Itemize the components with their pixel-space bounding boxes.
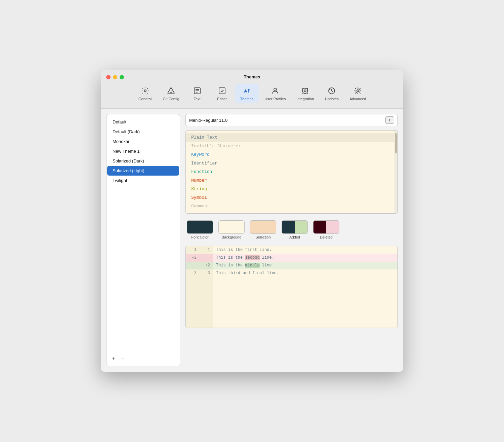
sidebar-item-default[interactable]: Default [107, 117, 179, 127]
swatch-item-selection: Selection [250, 220, 276, 239]
diff-line-empty-1 [186, 277, 397, 287]
syntax-line-plain-text[interactable]: Plain Text [186, 133, 397, 142]
diff-ln-empty2-new [199, 287, 213, 297]
toolbar-item-general[interactable]: General [133, 84, 157, 103]
titlebar: Themes General [101, 70, 403, 109]
toolbar-label-git: Git Config [163, 97, 179, 101]
git-icon [166, 86, 176, 96]
toolbar-item-integration[interactable]: Integration [292, 84, 319, 103]
diff-ln-new-1: 1 [199, 246, 213, 254]
sidebar-item-twilight[interactable]: Twilight [107, 176, 179, 185]
advanced-icon [353, 86, 363, 96]
toolbar-item-updates[interactable]: Updates [320, 84, 343, 103]
syntax-line-symbol[interactable]: Symbol [186, 193, 397, 202]
svg-point-13 [357, 90, 359, 92]
diff-ln-empty4-old [186, 307, 199, 318]
toolbar-item-themes[interactable]: Themes [235, 84, 259, 103]
font-name-value: Menlo-Regular 11.0 [189, 118, 383, 123]
diff-ln-old-3 [186, 262, 199, 269]
svg-point-9 [274, 88, 277, 91]
syntax-line-number[interactable]: Number [186, 176, 397, 185]
diff-ln-empty3-old [186, 297, 199, 307]
syntax-scrollbar[interactable] [394, 131, 397, 213]
diff-line-3: +2 This is the middle line. [186, 262, 397, 269]
sidebar-item-solarized-light[interactable]: Solarized (Light) [107, 166, 179, 176]
swatch-added[interactable] [282, 220, 308, 234]
diff-content-4: This third and final line. [213, 269, 397, 277]
integration-icon [300, 86, 310, 96]
titlebar-buttons [106, 75, 124, 79]
syntax-line-identifier[interactable]: Identifier [186, 159, 397, 168]
main-window: Themes General [101, 70, 403, 372]
toolbar-item-advanced[interactable]: Advanced [345, 84, 371, 103]
toolbar-label-text: Text [194, 97, 200, 101]
font-selector[interactable]: Menlo-Regular 11.0 T [185, 114, 398, 126]
swatch-item-background: Background [218, 220, 245, 239]
font-selector-button[interactable]: T [385, 116, 394, 124]
diff-ln-new-4: 3 [199, 269, 213, 277]
swatch-item-deleted: Deleted [313, 220, 339, 239]
syntax-line-comment[interactable]: Comment [186, 202, 397, 211]
swatch-deleted[interactable] [313, 220, 339, 234]
maximize-button[interactable] [120, 75, 124, 79]
highlight-middle: middle [245, 263, 259, 268]
diff-ln-old-2: -2 [186, 254, 199, 262]
diff-content-3: This is the middle line. [213, 262, 397, 269]
diff-ln-old-1: 1 [186, 246, 199, 254]
svg-point-14 [356, 89, 360, 93]
toolbar-label-editor: Editor [217, 97, 227, 101]
syntax-line-keyword[interactable]: Keyword [186, 150, 397, 159]
right-panel: Menlo-Regular 11.0 T Plain Text Invisibl… [185, 114, 398, 366]
toolbar-label-integration: Integration [296, 97, 314, 101]
diff-ln-empty-new [199, 277, 213, 287]
diff-line-empty-3 [186, 297, 397, 307]
swatch-item-added: Added [282, 220, 308, 239]
gear-icon [140, 86, 150, 96]
toolbar-label-updates: Updates [325, 97, 339, 101]
sidebar-item-monokai[interactable]: Monokai [107, 137, 179, 146]
main-content: Default Default (Dark) Monokai New Theme… [101, 109, 403, 372]
sidebar-item-new-theme-1[interactable]: New Theme 1 [107, 146, 179, 156]
add-theme-button[interactable]: + [111, 355, 117, 363]
toolbar-item-text[interactable]: Text [185, 84, 209, 103]
sidebar-item-solarized-dark[interactable]: Solarized (Dark) [107, 156, 179, 166]
syntax-line-function[interactable]: Function [186, 168, 397, 176]
diff-content-empty3 [213, 297, 397, 307]
diff-content-empty2 [213, 287, 397, 297]
close-button[interactable] [106, 75, 111, 79]
syntax-line-string[interactable]: String [186, 185, 397, 193]
diff-line-empty-2 [186, 287, 397, 297]
diff-ln-empty2-old [186, 287, 199, 297]
remove-theme-button[interactable]: − [120, 355, 126, 363]
toolbar-label-themes: Themes [240, 97, 254, 101]
toolbar-label-advanced: Advanced [349, 97, 366, 101]
minimize-button[interactable] [113, 75, 117, 79]
editor-icon [217, 86, 227, 96]
sidebar: Default Default (Dark) Monokai New Theme… [106, 114, 180, 366]
diff-content-empty4 [213, 307, 397, 318]
svg-point-0 [144, 90, 146, 92]
swatch-label-background: Background [222, 235, 242, 239]
highlight-second: second [245, 255, 259, 260]
diff-ln-empty5-old [186, 318, 199, 328]
syntax-lines: Plain Text Invisible Character Keyword I… [186, 131, 397, 213]
window-title: Themes [244, 74, 260, 79]
text-icon [193, 86, 202, 96]
swatch-background[interactable] [218, 220, 245, 234]
swatch-font-color[interactable] [187, 220, 213, 234]
diff-content-empty5 [213, 318, 397, 328]
swatch-label-font-color: Font Color [191, 235, 208, 239]
sidebar-items-list: Default Default (Dark) Monokai New Theme… [107, 116, 180, 353]
syntax-line-invisible[interactable]: Invisible Character [186, 142, 397, 151]
toolbar-item-git-config[interactable]: Git Config [158, 84, 184, 103]
swatch-selection[interactable] [250, 220, 276, 234]
toolbar-label-general: General [138, 97, 152, 101]
diff-ln-empty4-new [199, 307, 213, 318]
diff-content-2: This is the second line. [213, 254, 397, 262]
toolbar: General Git Config [133, 83, 371, 106]
syntax-preview: Plain Text Invisible Character Keyword I… [185, 130, 398, 214]
toolbar-item-user-profiles[interactable]: User Profiles [260, 84, 291, 103]
diff-line-empty-4 [186, 307, 397, 318]
sidebar-item-default-dark[interactable]: Default (Dark) [107, 127, 179, 137]
toolbar-item-editor[interactable]: Editor [210, 84, 234, 103]
